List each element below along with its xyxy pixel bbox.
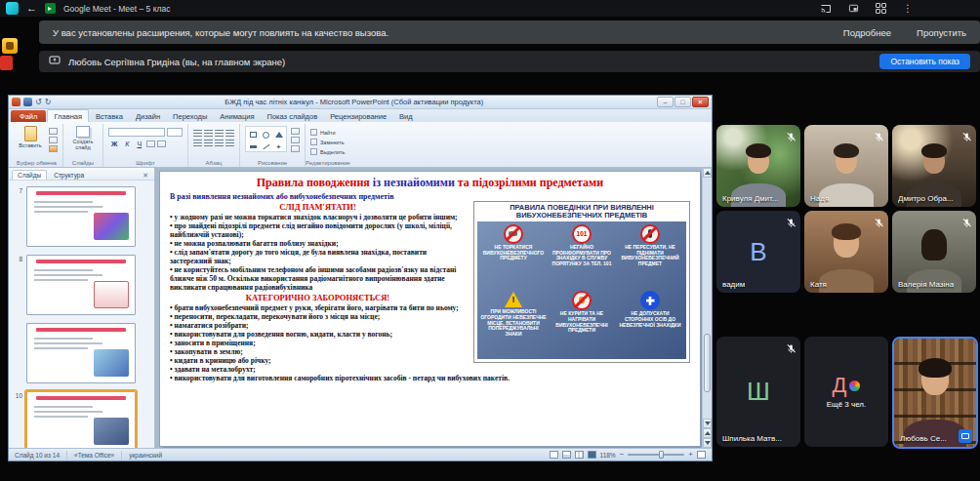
cast-icon[interactable] <box>820 3 832 15</box>
slideshow-icon[interactable] <box>588 451 596 459</box>
save-icon[interactable] <box>23 98 32 106</box>
new-slide-button[interactable]: Создать слайд <box>68 126 98 150</box>
ppt-tab-view[interactable]: Вид <box>393 110 419 122</box>
align-center-icon[interactable] <box>204 139 213 146</box>
back-icon[interactable]: ← <box>26 3 37 14</box>
participant-tile[interactable]: Ш Шпилька Матв... <box>716 337 800 447</box>
minimize-button[interactable]: – <box>657 97 674 107</box>
slide-thumbnail[interactable]: 7 <box>15 186 150 247</box>
details-button[interactable]: Подробнее <box>843 27 891 38</box>
align-right-icon[interactable] <box>215 139 224 146</box>
more-participants-tile[interactable]: Д Ещё 3 чел. <box>804 337 888 447</box>
ppt-tab-home[interactable]: Главная <box>47 109 89 122</box>
ribbon-group-drawing: ✦ Рисование <box>240 124 306 167</box>
panel-close-icon[interactable]: ✕ <box>140 172 151 180</box>
zoom-slider[interactable] <box>628 454 684 456</box>
zoom-in-icon[interactable]: + <box>688 451 693 459</box>
cut-icon[interactable] <box>49 128 58 135</box>
active-speaker-tile[interactable]: Любовь Се... <box>892 337 978 449</box>
fit-slide-icon[interactable] <box>697 451 706 459</box>
replace-icon <box>310 139 317 145</box>
apps-grid-icon[interactable] <box>875 3 886 15</box>
ppt-ribbon: Вставить Буфер обмена Создать слайд Слай… <box>9 122 712 168</box>
participant-tile[interactable]: Надя <box>804 125 888 207</box>
paste-button[interactable]: Вставить <box>16 126 45 148</box>
slide-thumbnail-selected[interactable]: 10 <box>15 391 150 448</box>
zoom-slider-knob[interactable] <box>659 451 664 459</box>
maximize-button[interactable]: □ <box>674 97 691 107</box>
undo-icon[interactable]: ↺ <box>35 98 42 106</box>
browser-app-icon[interactable] <box>6 2 19 15</box>
slide-thumbnail[interactable]: 8 <box>15 255 150 315</box>
ppt-tab-insert[interactable]: Вставка <box>90 110 129 122</box>
redo-icon[interactable]: ↻ <box>45 98 52 106</box>
close-button[interactable]: ✕ <box>692 97 709 107</box>
notification-banner: У вас установлены расширения, которые мо… <box>39 20 980 44</box>
powerpoint-window[interactable]: ↺ ↻ БЖД під час літніх канікул - Microso… <box>8 95 713 461</box>
arrange-icon[interactable] <box>291 128 300 135</box>
text-shadow-icon[interactable] <box>146 140 155 147</box>
participant-tile[interactable]: В вадим <box>716 211 800 293</box>
shapes-gallery[interactable]: ✦ <box>245 126 287 152</box>
italic-button[interactable]: К <box>122 140 132 148</box>
font-name-select[interactable] <box>108 128 165 137</box>
ppt-tab-transitions[interactable]: Переходы <box>167 110 213 122</box>
bullets-icon[interactable] <box>193 129 202 137</box>
ppt-tab-slideshow[interactable]: Показ слайдов <box>262 110 324 122</box>
numbering-icon[interactable] <box>204 129 213 137</box>
zoom-out-icon[interactable]: − <box>620 451 625 459</box>
slide-scrollbar[interactable] <box>702 168 712 448</box>
scrollbar-thumb[interactable] <box>704 334 711 392</box>
select-icon <box>310 148 317 155</box>
participant-tile[interactable]: Кривуля Дмит... <box>716 125 800 207</box>
thumbnail-number <box>15 323 22 383</box>
select-button[interactable]: Выделить <box>310 148 345 155</box>
bold-button[interactable]: Ж <box>108 140 120 148</box>
font-color-icon[interactable] <box>157 140 166 147</box>
ppt-file-tab[interactable]: Файл <box>11 110 46 122</box>
find-button[interactable]: Найти <box>310 129 345 136</box>
ribbon-group-clipboard: Вставить Буфер обмена <box>11 124 63 167</box>
ppt-tab-review[interactable]: Рецензирование <box>324 110 392 122</box>
shape-fill-icon[interactable] <box>291 145 300 152</box>
extension-icon[interactable] <box>2 38 18 54</box>
copy-icon[interactable] <box>49 137 58 143</box>
next-slide-icon[interactable] <box>703 438 712 448</box>
menu-icon[interactable]: ⋮ <box>902 3 914 15</box>
browser-actions: ⋮ <box>820 3 914 15</box>
current-slide[interactable]: Правила поводження із незнайомими та під… <box>160 172 700 446</box>
line-spacing-icon[interactable] <box>225 129 234 137</box>
scroll-down-icon[interactable] <box>703 419 712 428</box>
language-indicator[interactable]: украинский <box>129 452 162 459</box>
no-move-sign-icon <box>640 224 660 244</box>
recording-extension-icon[interactable] <box>0 56 13 70</box>
participant-tile[interactable]: Валерія Мазіна <box>892 211 976 293</box>
replace-button[interactable]: Заменить <box>310 139 345 145</box>
slide-sorter-icon[interactable] <box>562 451 571 459</box>
tab-outline[interactable]: Структура <box>49 171 89 180</box>
indent-icon[interactable] <box>215 129 224 137</box>
ppt-tab-design[interactable]: Дизайн <box>130 110 166 122</box>
reading-view-icon[interactable] <box>575 451 584 459</box>
slide-intro: В разі виявлення незнайомих або вибухоне… <box>170 192 690 201</box>
participant-tile[interactable]: Дмитро Обра... <box>892 125 976 207</box>
slide-thumbnail[interactable] <box>15 323 150 383</box>
stop-presenting-button[interactable]: Остановить показ <box>879 54 970 69</box>
ppt-tab-animations[interactable]: Анимация <box>214 110 260 122</box>
scroll-up-icon[interactable] <box>703 168 712 178</box>
participant-tile[interactable]: Катя <box>804 211 888 293</box>
justify-icon[interactable] <box>225 139 234 146</box>
quick-styles-icon[interactable] <box>291 137 300 143</box>
format-painter-icon[interactable] <box>49 145 58 152</box>
tab-title: Google Meet - Meet – 5 клас <box>63 4 170 14</box>
normal-view-icon[interactable] <box>550 451 558 459</box>
align-left-icon[interactable] <box>193 139 202 146</box>
window-icon[interactable] <box>847 3 859 15</box>
thumbnail-number: 8 <box>15 255 22 315</box>
font-size-select[interactable] <box>167 128 183 137</box>
previous-slide-icon[interactable] <box>703 428 712 438</box>
powerpoint-logo-icon <box>12 98 20 106</box>
tab-slides[interactable]: Слайды <box>12 170 47 180</box>
underline-button[interactable]: Ч <box>134 140 144 148</box>
dismiss-button[interactable]: Пропустить <box>917 27 966 38</box>
